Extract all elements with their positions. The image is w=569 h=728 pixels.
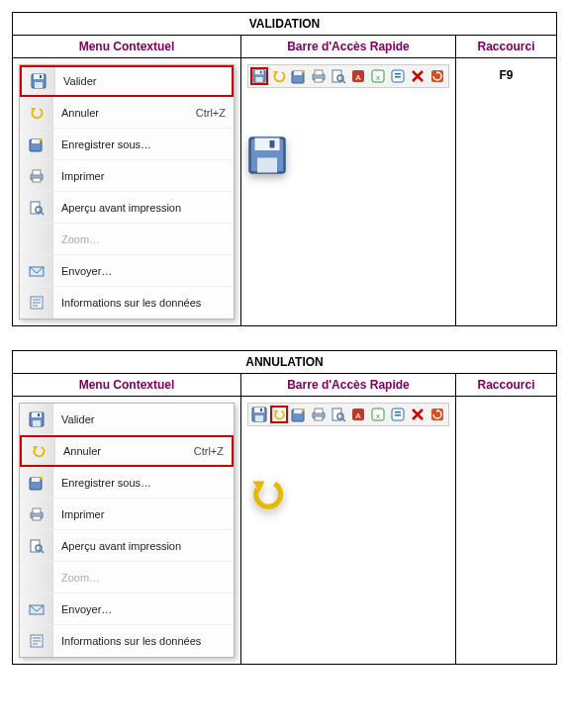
undo-icon[interactable] [270,406,288,423]
svg-text:x: x [376,73,380,82]
shortcut-value [462,401,550,407]
menu-item-label: Imprimer [53,170,226,182]
send-icon [20,593,53,624]
svg-rect-19 [256,77,263,82]
svg-line-54 [41,550,44,553]
svg-rect-62 [255,415,263,421]
svg-rect-34 [395,73,401,75]
svg-rect-18 [255,70,264,74]
print-icon[interactable] [310,67,328,85]
svg-rect-41 [257,158,277,173]
svg-rect-35 [395,76,401,78]
menu-item[interactable]: Valider [20,404,234,435]
svg-rect-45 [33,420,41,426]
menu-item[interactable]: Envoyer… [20,593,234,625]
menu-item[interactable]: Zoom… [20,224,234,255]
menu-item[interactable]: Zoom… [20,562,234,593]
svg-rect-67 [315,409,323,413]
menu-item-label: Envoyer… [53,603,226,615]
menu-item[interactable]: Valider [20,65,234,97]
zoom-icon [20,562,53,592]
menu-item-label: Aperçu avant impression [53,202,226,214]
section-table: VALIDATION Menu Contextuel Barre d'Accès… [12,12,557,326]
undo-icon [22,437,55,465]
svg-rect-2 [35,82,43,88]
preview-icon[interactable] [330,406,347,423]
refresh-icon[interactable] [428,406,446,423]
menu-item[interactable]: Annuler Ctrl+Z [20,97,234,129]
refresh-icon[interactable] [428,67,446,85]
delete-icon[interactable] [409,67,427,85]
svg-rect-44 [32,412,42,417]
info-icon [20,625,53,657]
menu-item-label: Zoom… [53,572,226,584]
menu-item-shortcut: Ctrl+Z [196,107,234,119]
svg-rect-9 [31,202,40,214]
shortcut-value: F9 [462,62,550,82]
svg-rect-61 [254,408,264,412]
menu-item-label: Valider [55,75,224,87]
svg-text:A: A [355,73,361,82]
quick-access-toolbar: Ax [247,403,449,426]
save-icon[interactable] [250,406,268,423]
menu-item[interactable]: Enregistrer sous… [20,467,234,499]
svg-rect-65 [294,410,302,413]
print-icon[interactable] [310,406,328,423]
svg-rect-5 [32,139,40,143]
menu-item[interactable]: Annuler Ctrl+Z [20,435,234,467]
menu-item[interactable]: Informations sur les données [20,287,234,318]
pdf-icon[interactable]: A [349,67,367,85]
col-header-menu: Menu Contextuel [13,36,241,58]
menu-item-label: Aperçu avant impression [53,540,226,552]
delete-icon[interactable] [409,406,427,423]
svg-rect-77 [395,411,401,413]
menu-item[interactable]: Informations sur les données [20,625,234,657]
menu-item-label: Zoom… [53,233,226,245]
svg-rect-24 [315,70,323,75]
menu-item-label: Informations sur les données [53,635,226,647]
save-as-icon[interactable] [290,67,308,85]
svg-rect-48 [32,478,40,482]
menu-item-label: Annuler [53,107,196,119]
menu-item-label: Envoyer… [53,265,226,277]
menu-item[interactable]: Aperçu avant impression [20,530,234,562]
svg-rect-26 [332,70,341,82]
pdf-icon[interactable]: A [349,406,367,423]
save-as-icon [20,129,53,159]
menu-item[interactable]: Imprimer [20,499,234,530]
col-header-shortcut: Raccourci [456,374,557,397]
menu-item[interactable]: Envoyer… [20,255,234,287]
menu-item[interactable]: Enregistrer sous… [20,129,234,160]
undo-icon[interactable] [270,67,288,85]
menu-item-label: Enregistrer sous… [53,477,226,489]
save-icon [22,67,55,95]
svg-rect-42 [270,140,275,148]
menu-item[interactable]: Imprimer [20,160,234,192]
menu-item-shortcut: Ctrl+Z [194,445,232,457]
send-icon [20,255,53,286]
svg-rect-46 [38,413,40,416]
preview-icon [20,192,53,223]
menu-item-label: Annuler [55,445,194,457]
section-title: VALIDATION [13,13,557,36]
menu-item-label: Informations sur les données [53,297,226,309]
col-header-menu: Menu Contextuel [13,374,241,397]
svg-rect-68 [315,416,323,420]
save-icon[interactable] [250,67,268,85]
info-icon [20,287,53,318]
context-menu: Valider Annuler Ctrl+Z Enregistrer sous…… [19,64,235,319]
zoom-icon [20,224,53,254]
excel-icon[interactable]: x [369,67,387,85]
menu-item[interactable]: Aperçu avant impression [20,192,234,224]
svg-rect-22 [294,71,302,75]
svg-rect-69 [332,409,341,420]
excel-icon[interactable]: x [369,406,387,423]
preview-icon[interactable] [330,67,347,85]
save-as-icon[interactable] [290,406,308,423]
context-menu: Valider Annuler Ctrl+Z Enregistrer sous…… [19,403,235,658]
save-icon-large [247,136,449,175]
svg-text:A: A [355,411,361,420]
doc-icon[interactable] [389,406,407,423]
svg-rect-51 [33,516,41,520]
doc-icon[interactable] [389,67,407,85]
